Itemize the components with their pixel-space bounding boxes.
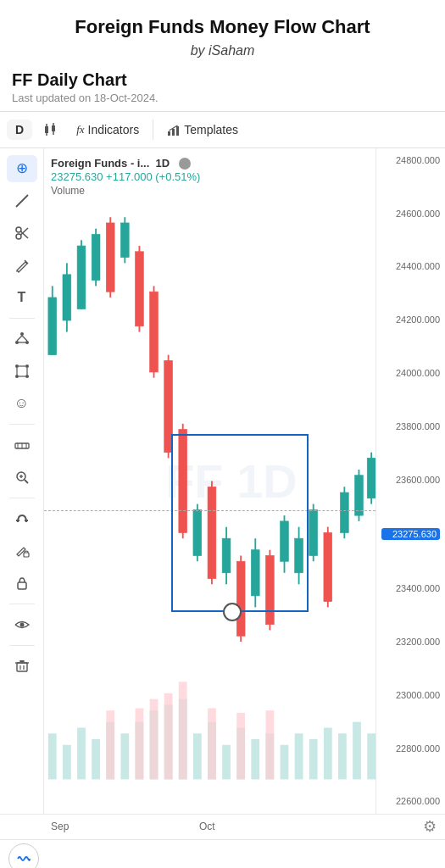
svg-line-19 — [22, 336, 27, 341]
price-level-3: 24200.000 — [381, 314, 440, 325]
price-level-10: 22800.000 — [381, 743, 440, 754]
svg-rect-54 — [92, 234, 100, 280]
toolbar-separator-4 — [9, 604, 35, 604]
svg-rect-56 — [120, 223, 129, 258]
svg-rect-105 — [222, 744, 231, 779]
svg-rect-60 — [222, 538, 231, 573]
svg-rect-86 — [208, 487, 216, 578]
svg-line-13 — [20, 231, 28, 238]
volume-label: Volume — [51, 185, 200, 197]
price-level-5: 23800.000 — [381, 421, 440, 431]
indicators-button[interactable]: fx Indicators — [68, 120, 147, 140]
price-axis: 24800.00024600.00024400.00024200.0002400… — [375, 148, 445, 814]
svg-point-11 — [16, 227, 21, 232]
svg-rect-94 — [63, 744, 71, 779]
text-tool[interactable]: T — [7, 284, 37, 311]
templates-button[interactable]: Templates — [159, 120, 247, 140]
svg-rect-39 — [24, 553, 29, 557]
svg-line-34 — [25, 480, 28, 483]
price-level-0: 24800.000 — [381, 155, 440, 165]
toolbar-separator-5 — [9, 645, 35, 646]
svg-rect-98 — [120, 733, 129, 779]
svg-rect-123 — [265, 710, 274, 779]
svg-rect-107 — [251, 739, 259, 779]
svg-rect-92 — [324, 532, 332, 601]
chart-price-value: 23275.630 +117.000 (+0.51%) — [51, 170, 200, 183]
price-level-8: 23200.000 — [381, 637, 440, 647]
toolbar-separator — [153, 120, 153, 140]
svg-rect-6 — [168, 131, 170, 136]
svg-rect-115 — [367, 733, 375, 779]
x-axis: Sep Oct ⚙ — [0, 814, 445, 839]
draw-tool[interactable] — [7, 252, 37, 279]
crosshair-tool[interactable]: ⊕ — [7, 155, 37, 182]
svg-rect-122 — [236, 712, 245, 779]
eye-tool[interactable] — [7, 611, 37, 638]
candle-type-button[interactable] — [34, 119, 66, 141]
period-day-button[interactable]: D — [7, 120, 32, 140]
svg-rect-74 — [367, 458, 375, 498]
svg-rect-0 — [45, 126, 48, 133]
svg-rect-84 — [179, 429, 187, 532]
svg-point-21 — [15, 364, 19, 368]
svg-point-23 — [15, 375, 19, 378]
svg-point-15 — [20, 332, 24, 336]
svg-point-10 — [16, 234, 21, 239]
svg-rect-80 — [150, 292, 159, 372]
svg-rect-68 — [309, 509, 318, 555]
chart-toolbar: D fx Indicators Templates — [0, 111, 445, 148]
price-level-1: 24600.000 — [381, 209, 440, 219]
svg-rect-111 — [309, 739, 318, 779]
emoji-tool[interactable]: ☺ — [7, 390, 37, 417]
svg-rect-40 — [18, 582, 26, 589]
svg-rect-110 — [295, 733, 303, 779]
svg-rect-88 — [236, 561, 245, 636]
svg-rect-76 — [106, 223, 114, 292]
node-tool[interactable] — [7, 326, 37, 353]
page-title: Foreign Funds Money Flow Chart — [17, 15, 428, 40]
scissor-tool[interactable] — [7, 220, 37, 247]
svg-rect-78 — [136, 251, 144, 326]
svg-rect-90 — [265, 555, 274, 624]
price-level-9: 23000.000 — [381, 690, 440, 700]
svg-rect-119 — [164, 693, 173, 779]
svg-rect-70 — [340, 492, 348, 532]
chart-section-title: FF Daily Chart — [0, 64, 445, 92]
svg-rect-58 — [193, 509, 202, 555]
templates-icon — [167, 123, 181, 136]
svg-rect-116 — [106, 710, 114, 779]
trash-tool[interactable] — [7, 653, 37, 680]
svg-rect-82 — [164, 360, 173, 452]
svg-rect-93 — [48, 733, 57, 779]
line-tool[interactable] — [7, 187, 37, 214]
lock-tool[interactable] — [7, 570, 37, 597]
svg-rect-3 — [52, 125, 55, 131]
pencillock-tool[interactable] — [7, 537, 37, 565]
chart-area: ⊕ T — [0, 148, 445, 814]
svg-rect-72 — [355, 475, 364, 515]
svg-point-41 — [19, 622, 24, 626]
chart-type-button[interactable] — [8, 843, 39, 868]
svg-rect-50 — [63, 274, 71, 320]
magnet-tool[interactable] — [7, 505, 37, 532]
chart-info-overlay: Foreign Funds - i... 1D 23275.630 +117.0… — [51, 155, 200, 197]
svg-rect-120 — [179, 682, 187, 779]
measure-tool[interactable] — [7, 431, 37, 459]
current-price-label: 23275.630 — [381, 528, 440, 540]
price-level-2: 24400.000 — [381, 261, 440, 271]
chart-canvas[interactable]: Foreign Funds - i... 1D 23275.630 +117.0… — [44, 148, 445, 814]
svg-line-12 — [20, 228, 28, 235]
candle-icon — [42, 122, 58, 137]
left-toolbar: ⊕ T — [0, 148, 44, 814]
svg-rect-8 — [176, 126, 179, 136]
branch-tool[interactable] — [7, 358, 37, 385]
svg-rect-103 — [193, 733, 202, 779]
price-level-4: 24000.000 — [381, 368, 440, 378]
x-label-sep: Sep — [51, 821, 69, 832]
zoom-tool[interactable] — [7, 464, 37, 491]
settings-icon[interactable]: ⚙ — [423, 817, 437, 836]
svg-rect-114 — [353, 721, 361, 779]
price-level-7: 23400.000 — [381, 583, 440, 593]
selection-handle[interactable] — [223, 603, 242, 621]
x-label-oct: Oct — [199, 821, 215, 832]
